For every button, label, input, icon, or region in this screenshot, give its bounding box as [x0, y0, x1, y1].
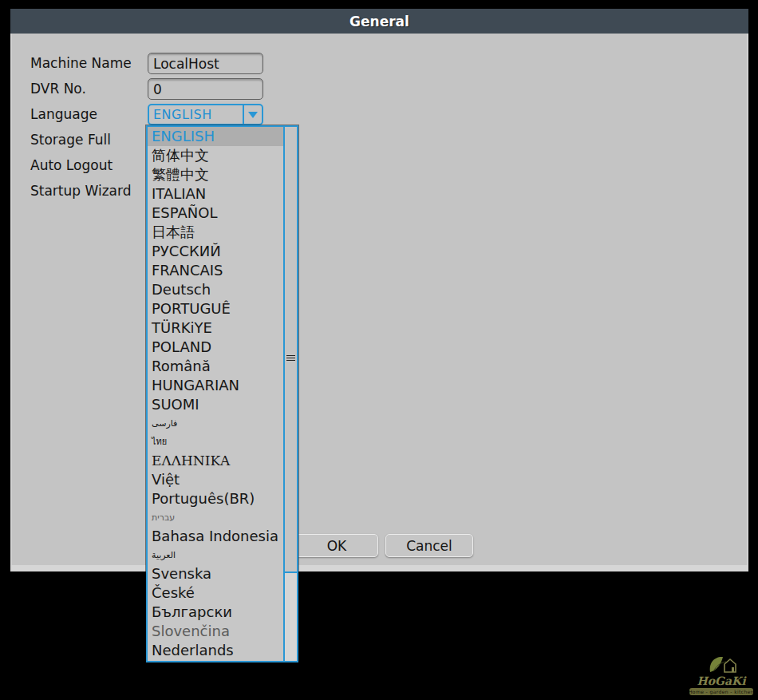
logo-leaf-icon: [705, 655, 737, 675]
dropdown-scrollbar[interactable]: [283, 127, 297, 661]
language-option[interactable]: TÜRKiYE: [148, 318, 283, 338]
language-option[interactable]: 日本語: [148, 223, 283, 242]
language-option[interactable]: Slovenčina: [148, 622, 283, 641]
language-dropdown-list: ENGLISH简体中文繁體中文ITALIANESPAÑOL日本語РУССКИЙF…: [146, 125, 298, 662]
language-option[interactable]: 繁體中文: [148, 165, 283, 184]
language-option[interactable]: SUOMI: [148, 395, 283, 414]
ok-button[interactable]: OK: [295, 534, 378, 557]
dialog-title: General: [349, 14, 409, 30]
chevron-down-icon: [248, 112, 258, 118]
language-option[interactable]: العربية: [148, 546, 283, 564]
general-settings-dialog: General Machine Name DVR No. Language St…: [10, 9, 748, 571]
language-options: ENGLISH简体中文繁體中文ITALIANESPAÑOL日本語РУССКИЙF…: [148, 127, 283, 661]
language-option[interactable]: Română: [148, 357, 283, 376]
dialog-body: Machine Name DVR No. Language Storage Fu…: [10, 34, 748, 571]
language-option[interactable]: ไทย: [148, 433, 283, 451]
language-option[interactable]: Български: [148, 603, 283, 622]
language-option[interactable]: فارسی: [148, 414, 283, 433]
language-option[interactable]: ΕΛΛΗΝΙΚΑ: [148, 451, 283, 470]
startup-wizard-label: Startup Wizard: [30, 180, 131, 202]
language-option[interactable]: עברית: [148, 508, 283, 527]
language-option[interactable]: ENGLISH: [148, 127, 283, 146]
dialog-titlebar: General: [10, 9, 748, 34]
language-option[interactable]: POLAND: [148, 338, 283, 357]
language-option[interactable]: Bahasa Indonesia: [148, 527, 283, 546]
language-option[interactable]: České: [148, 583, 283, 603]
language-select-value: ENGLISH: [149, 107, 243, 122]
language-option[interactable]: Việt: [148, 470, 283, 489]
language-option[interactable]: HUNGARIAN: [148, 376, 283, 395]
machine-name-input[interactable]: [148, 53, 263, 74]
storage-full-label: Storage Full: [30, 129, 111, 151]
watermark-banner: Home - garden - kitchen: [689, 688, 753, 695]
language-option[interactable]: РУССКИЙ: [148, 242, 283, 261]
machine-name-label: Machine Name: [30, 53, 132, 74]
language-option[interactable]: FRANCAIS: [148, 261, 283, 280]
scrollbar-grip-icon: [286, 355, 295, 361]
cancel-button[interactable]: Cancel: [385, 534, 473, 557]
language-option[interactable]: ESPAÑOL: [148, 204, 283, 223]
dvr-no-label: DVR No.: [30, 78, 86, 100]
watermark-tagline: Home - garden - kitchen: [689, 688, 754, 695]
language-option[interactable]: ITALIAN: [148, 184, 283, 204]
watermark-name: HoGaKi: [697, 675, 745, 686]
watermark-logo: HoGaKi Home - garden - kitchen: [687, 655, 756, 695]
language-label: Language: [30, 104, 97, 125]
language-select[interactable]: ENGLISH: [148, 104, 263, 125]
dropdown-scrollbar-thumb[interactable]: [285, 127, 297, 573]
language-option[interactable]: Nederlands: [148, 641, 283, 660]
dvr-no-input[interactable]: [148, 78, 263, 100]
language-option[interactable]: PORTUGUÊ: [148, 299, 283, 318]
language-option[interactable]: Português(BR): [148, 489, 283, 508]
language-option[interactable]: 简体中文: [148, 146, 283, 165]
language-option[interactable]: Deutsch: [148, 280, 283, 299]
auto-logout-label: Auto Logout: [30, 155, 113, 176]
language-option[interactable]: Svenska: [148, 564, 283, 583]
language-select-arrow-button[interactable]: [243, 105, 262, 124]
